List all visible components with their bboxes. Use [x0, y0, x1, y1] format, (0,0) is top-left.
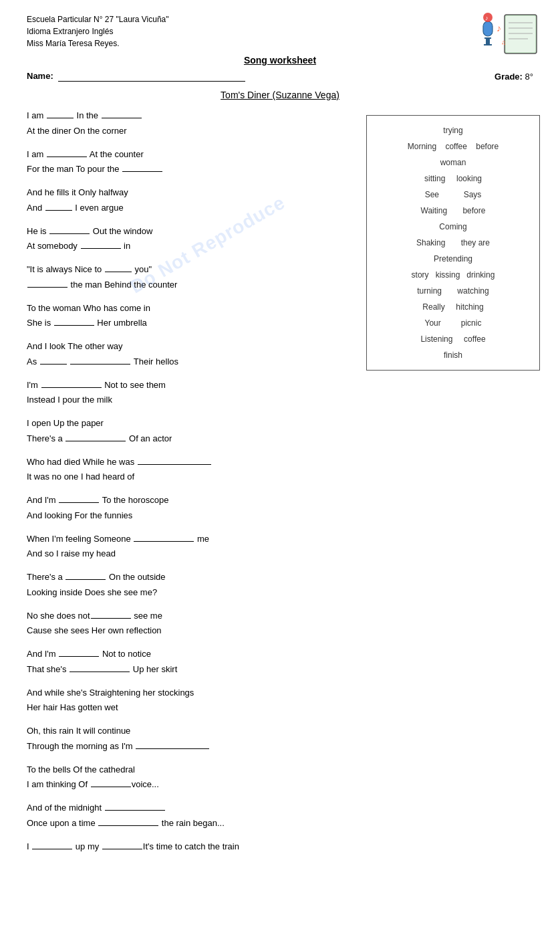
- stanza-9: I open Up the paper There's a Of an acto…: [27, 416, 533, 447]
- word-listening: Listening: [420, 334, 452, 344]
- word-drinking: drinking: [466, 270, 495, 280]
- svg-text:♫: ♫: [501, 39, 507, 46]
- blank[interactable]: [98, 825, 158, 826]
- stanza-13: There's a On the outside Looking inside …: [27, 570, 533, 601]
- school-header: Escuela Particular N° 27 "Laura Vicuña" …: [27, 13, 533, 49]
- stanza-8: I'm Not to see them Instead I pour the m…: [27, 378, 533, 409]
- blank[interactable]: [47, 157, 87, 157]
- svg-text:♪: ♪: [485, 15, 488, 21]
- stanza-16: And while she's Straightening her stocki…: [27, 686, 533, 716]
- song-title: Tom's Diner (Suzanne Vega): [27, 90, 533, 100]
- word-morning: Morning: [408, 142, 436, 151]
- word-before1: before: [476, 142, 499, 151]
- blank[interactable]: [59, 502, 99, 503]
- blank[interactable]: [32, 849, 72, 849]
- blank[interactable]: [122, 171, 162, 172]
- stanza-11: And I'm To the horoscope And looking For…: [27, 493, 533, 524]
- stanza-15-line-1: And I'm Not to notice: [27, 647, 533, 662]
- word-picnic: picnic: [461, 318, 482, 328]
- word-coffee2: coffee: [464, 334, 485, 344]
- blank[interactable]: [138, 464, 211, 465]
- stanza-8-line-2: Instead I pour the milk: [27, 393, 533, 408]
- stanza-11-line-2: And looking For the funnies: [27, 508, 533, 524]
- name-input-line[interactable]: [58, 71, 245, 82]
- svg-rect-7: [484, 37, 491, 39]
- stanza-14: No she does not see me Cause she sees He…: [27, 609, 533, 639]
- stanza-18: To the bells Of the cathedral I am think…: [27, 762, 533, 793]
- blank[interactable]: [47, 118, 74, 118]
- grade-field: Grade: 8°: [495, 72, 533, 82]
- blank[interactable]: [40, 364, 67, 365]
- word-story: story: [412, 270, 429, 280]
- stanza-10-line-2: It was no one I had heard of: [27, 470, 533, 485]
- word-says: Says: [464, 190, 482, 199]
- word-watching: watching: [457, 286, 488, 296]
- name-grade-row: Name: Grade: 8°: [27, 71, 533, 82]
- svg-rect-9: [484, 44, 492, 45]
- word-woman: woman: [440, 158, 466, 167]
- word-before2: before: [462, 206, 485, 215]
- stanza-20-line-1: I up my It's time to catch the train: [27, 839, 533, 855]
- blank[interactable]: [41, 387, 102, 388]
- word-coffee: coffee: [445, 142, 466, 151]
- blank[interactable]: [102, 849, 142, 849]
- stanza-13-line-1: There's a On the outside: [27, 570, 533, 585]
- stanza-19: And of the midnight Once upon a time the…: [27, 801, 533, 831]
- stanza-18-line-1: To the bells Of the cathedral: [27, 762, 533, 778]
- name-field: Name:: [27, 71, 245, 82]
- stanza-17: Oh, this rain It will continue Through t…: [27, 724, 533, 754]
- blank[interactable]: [81, 248, 121, 249]
- word-box: trying Morning coffee before woman sitti…: [366, 115, 540, 371]
- name-label: Name:: [27, 71, 53, 81]
- blank[interactable]: [102, 118, 142, 118]
- word-see: See: [425, 190, 439, 199]
- svg-rect-6: [483, 21, 493, 36]
- blank[interactable]: [54, 325, 94, 326]
- blank[interactable]: [65, 579, 106, 580]
- stanza-13-line-2: Looking inside Does she see me?: [27, 585, 533, 601]
- blank[interactable]: [91, 787, 131, 787]
- blank[interactable]: [65, 441, 126, 441]
- word-hitching: hitching: [456, 302, 483, 312]
- stanza-20: I up my It's time to catch the train: [27, 839, 533, 855]
- worksheet-title-section: Song worksheet: [27, 55, 533, 66]
- blank[interactable]: [91, 618, 131, 619]
- blank[interactable]: [134, 541, 194, 542]
- grade-label: Grade:: [495, 72, 523, 82]
- word-waiting: Waiting: [421, 206, 448, 215]
- blank[interactable]: [59, 656, 99, 657]
- word-sitting: sitting: [424, 174, 445, 183]
- word-finish: finish: [444, 350, 462, 360]
- word-looking: looking: [456, 174, 482, 183]
- stanza-16-line-1: And while she's Straightening her stocki…: [27, 686, 533, 701]
- stanza-11-line-1: And I'm To the horoscope: [27, 493, 533, 508]
- stanza-14-line-2: Cause she sees Her own reflection: [27, 623, 533, 639]
- word-box-content: trying Morning coffee before woman sitti…: [375, 122, 531, 363]
- stanza-12-line-2: And so I raise my head: [27, 546, 533, 562]
- stanza-15: And I'm Not to notice That she's Up her …: [27, 647, 533, 678]
- blank[interactable]: [105, 272, 132, 272]
- blank[interactable]: [136, 748, 209, 749]
- blank[interactable]: [105, 810, 165, 811]
- blank[interactable]: [69, 672, 130, 672]
- svg-rect-8: [486, 39, 490, 44]
- word-they-are: they are: [461, 238, 490, 247]
- stanza-14-line-1: No she does not see me: [27, 609, 533, 624]
- school-line1: Escuela Particular N° 27 "Laura Vicuña": [27, 13, 533, 25]
- word-kissing: kissing: [436, 270, 460, 280]
- stanza-15-line-2: That she's Up her skirt: [27, 662, 533, 678]
- word-coming: Coming: [439, 222, 466, 231]
- word-really: Really: [422, 302, 444, 312]
- blank[interactable]: [45, 210, 72, 211]
- blank[interactable]: [49, 233, 90, 234]
- stanza-17-line-2: Through the morning as I'm: [27, 739, 533, 754]
- word-pretending: Pretending: [434, 254, 472, 264]
- stanza-9-line-2: There's a Of an actor: [27, 431, 533, 447]
- word-shaking: Shaking: [416, 238, 445, 247]
- svg-rect-1: [506, 16, 535, 52]
- blank[interactable]: [27, 287, 67, 288]
- stanza-12-line-1: When I'm feeling Someone me: [27, 532, 533, 547]
- svg-text:♪: ♪: [497, 23, 501, 33]
- blank[interactable]: [70, 364, 130, 365]
- stanza-8-line-1: I'm Not to see them: [27, 378, 533, 393]
